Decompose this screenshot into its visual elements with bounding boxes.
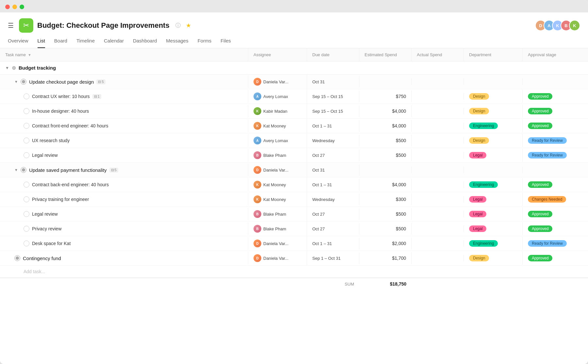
section-chevron-icon[interactable]: ▼ — [5, 66, 9, 70]
star-icon[interactable]: ★ — [186, 22, 191, 29]
tab-board[interactable]: Board — [54, 38, 67, 48]
department-cell: Design — [464, 134, 523, 147]
assignee: K Kabir Madan — [253, 107, 287, 115]
approval-badge: Approved — [528, 225, 552, 232]
task-name-cell: Contract UX writer: 10 hours ⊟ 1 — [0, 90, 248, 103]
avatar: A — [253, 92, 261, 100]
nav-tabs: Overview List Board Timeline Calendar Da… — [8, 38, 580, 48]
assignee-name: Daniela Var... — [263, 79, 288, 84]
assignee-name: Daniela Var... — [263, 241, 288, 246]
assignee: D Daniela Var... — [253, 240, 288, 247]
table-row: UX research study A Avery Lomax Wednesda… — [0, 133, 588, 148]
assignee-name: Avery Lomax — [263, 94, 288, 99]
subtask-count: 5 — [102, 80, 104, 84]
table-row: Contract front-end engineer: 40 hours K … — [0, 119, 588, 133]
actual-spend-cell — [412, 211, 464, 217]
table-container: Task name ▼ Assignee Due date Estimated … — [0, 48, 588, 290]
task-check[interactable] — [24, 196, 29, 202]
department-cell: Engineering — [464, 178, 523, 191]
due-date-cell: Oct 27 — [307, 208, 359, 220]
group-dept-cell — [464, 78, 523, 85]
subtask-icon: ⊟ — [94, 94, 97, 99]
assignee-cell: B Blake Pham — [248, 207, 307, 221]
table-row: Contract UX writer: 10 hours ⊟ 1 A Avery… — [0, 89, 588, 104]
actual-spend-cell — [412, 225, 464, 232]
tab-list[interactable]: List — [38, 38, 45, 48]
tab-overview[interactable]: Overview — [8, 38, 28, 48]
assignee-cell: K Kat Mooney — [248, 119, 307, 133]
avatar: B — [253, 210, 261, 218]
assignee-name: Daniela Var... — [263, 168, 288, 173]
add-task-row[interactable]: Add task... — [0, 266, 588, 278]
approval-cell: Ready for Review — [523, 134, 588, 147]
maximize-button[interactable] — [20, 5, 24, 9]
minimize-button[interactable] — [12, 5, 17, 9]
menu-icon[interactable]: ☰ — [8, 22, 14, 29]
estimated-spend-cell: $750 — [359, 91, 412, 102]
task-name-text: Contract UX writer: 10 hours — [32, 94, 90, 99]
task-name-cell: In-house designer: 40 hours — [0, 105, 248, 117]
close-button[interactable] — [5, 5, 10, 9]
department-cell: Engineering — [464, 237, 523, 250]
info-icon[interactable]: ⓘ — [175, 22, 181, 29]
task-check-update-checkout[interactable] — [21, 79, 26, 85]
tab-files[interactable]: Files — [220, 38, 231, 48]
assignee: D Daniela Var... — [253, 166, 288, 174]
assignee-cell: A Avery Lomax — [248, 133, 307, 148]
assignee-name: Kat Mooney — [263, 197, 286, 202]
task-check[interactable] — [24, 152, 29, 158]
dept-badge: Engineering — [469, 181, 498, 188]
assignee: K Kat Mooney — [253, 122, 286, 130]
task-check[interactable] — [24, 123, 29, 129]
approval-cell: Approved — [523, 252, 588, 265]
approval-cell: Ready for Review — [523, 237, 588, 250]
approval-cell: Approved — [523, 90, 588, 103]
assignee: K Kat Mooney — [253, 181, 286, 189]
estimated-spend-cell: $500 — [359, 208, 412, 220]
task-check[interactable] — [24, 108, 29, 114]
tab-forms[interactable]: Forms — [198, 38, 212, 48]
task-check[interactable] — [24, 226, 29, 232]
assignee-name: Blake Pham — [263, 212, 286, 217]
actual-spend-cell — [412, 137, 464, 144]
task-check-update-payment[interactable] — [21, 167, 26, 173]
due-date: Oct 31 — [312, 168, 325, 173]
group-chevron-icon[interactable]: ▼ — [14, 168, 18, 172]
sum-row: SUM $18,750 — [0, 278, 588, 290]
avatar: A — [253, 137, 261, 144]
tab-messages[interactable]: Messages — [166, 38, 188, 48]
assignee: D Daniela Var... — [253, 254, 288, 262]
approval-badge: Approved — [528, 123, 552, 129]
subtask-icon: ⊟ — [98, 80, 101, 84]
group-actual-cell — [412, 78, 464, 85]
app-window: ☰ ✂ Budget: Checkout Page Improvements ⓘ… — [0, 0, 588, 364]
tab-calendar[interactable]: Calendar — [104, 38, 124, 48]
assignee-name: Daniela Var... — [263, 256, 288, 261]
task-check[interactable] — [24, 211, 29, 217]
chevron-down-icon[interactable]: ▼ — [28, 53, 31, 57]
assignee-name: Kat Mooney — [263, 124, 286, 128]
group-name-text: Update saved payment functionality — [29, 167, 107, 173]
col-assignee: Assignee — [248, 48, 307, 61]
approval-cell: Approved — [523, 119, 588, 132]
tab-dashboard[interactable]: Dashboard — [133, 38, 157, 48]
assignee: B Blake Pham — [253, 225, 286, 233]
task-name-text: Desk space for Kat — [32, 241, 71, 246]
estimated-spend-cell: $500 — [359, 223, 412, 235]
task-check-contingency[interactable] — [14, 255, 20, 261]
task-check[interactable] — [24, 93, 29, 99]
group-approval-cell — [523, 167, 588, 173]
assignee-name: Kabir Madan — [263, 109, 287, 114]
tab-timeline[interactable]: Timeline — [76, 38, 95, 48]
task-check[interactable] — [24, 138, 29, 143]
dept-badge: Legal — [469, 225, 486, 232]
subtask-count: 1 — [98, 94, 100, 98]
dept-badge: Engineering — [469, 240, 498, 247]
task-check[interactable] — [24, 240, 29, 246]
assignee-cell: D Daniela Var... — [248, 251, 307, 265]
due-date: Oct 27 — [312, 226, 325, 231]
task-check[interactable] — [24, 182, 29, 188]
group-chevron-icon[interactable]: ▼ — [14, 80, 18, 84]
estimated-spend-cell: $4,000 — [359, 179, 412, 190]
department-cell: Design — [464, 90, 523, 103]
